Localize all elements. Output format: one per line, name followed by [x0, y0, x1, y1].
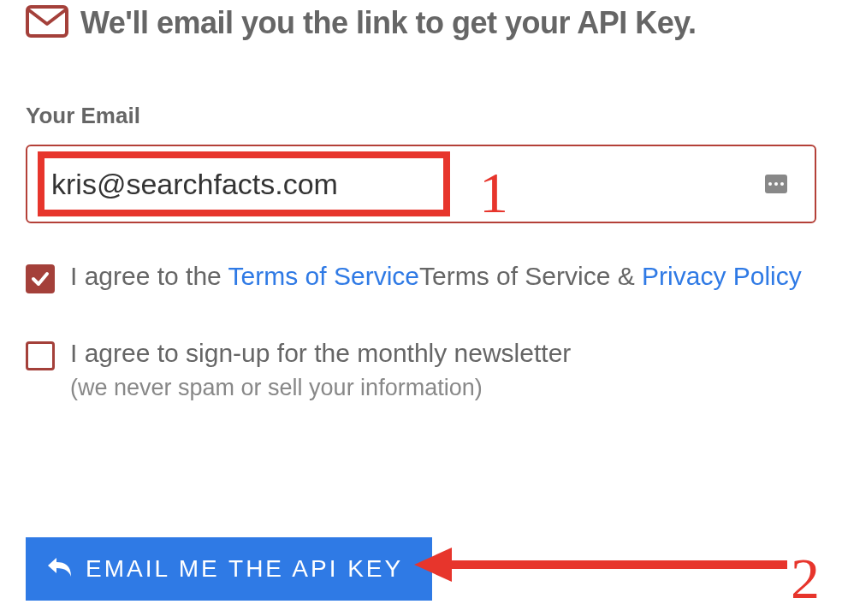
newsletter-checkbox[interactable] [26, 341, 55, 370]
email-label: Your Email [26, 103, 816, 129]
terms-text: I agree to the Terms of ServiceTerms of … [70, 258, 802, 295]
terms-of-service-link[interactable]: Terms of Service [228, 262, 419, 290]
terms-row: I agree to the Terms of ServiceTerms of … [26, 258, 816, 295]
email-field-wrapper [26, 145, 816, 223]
terms-checkbox[interactable] [26, 264, 55, 293]
annotation-step-2: 2 [791, 545, 820, 613]
privacy-policy-link[interactable]: Privacy Policy [642, 262, 802, 290]
heading-text: We'll email you the link to get your API… [80, 5, 697, 41]
newsletter-row: I agree to sign-up for the monthly newsl… [26, 335, 816, 372]
email-input[interactable] [36, 151, 806, 216]
submit-label: EMAIL ME THE API KEY [86, 555, 403, 583]
page-heading: We'll email you the link to get your API… [26, 0, 816, 41]
reply-arrow-icon [46, 555, 72, 583]
terms-middle: Terms of Service & [419, 262, 642, 290]
terms-prefix: I agree to the [70, 262, 228, 290]
ellipsis-icon[interactable] [765, 175, 787, 193]
newsletter-subnote: (we never spam or sell your information) [70, 375, 816, 401]
svg-rect-0 [27, 7, 67, 36]
envelope-icon [26, 5, 68, 41]
newsletter-label: I agree to sign-up for the monthly newsl… [70, 335, 571, 372]
email-api-key-button[interactable]: EMAIL ME THE API KEY [26, 537, 432, 601]
annotation-arrow [411, 530, 839, 599]
